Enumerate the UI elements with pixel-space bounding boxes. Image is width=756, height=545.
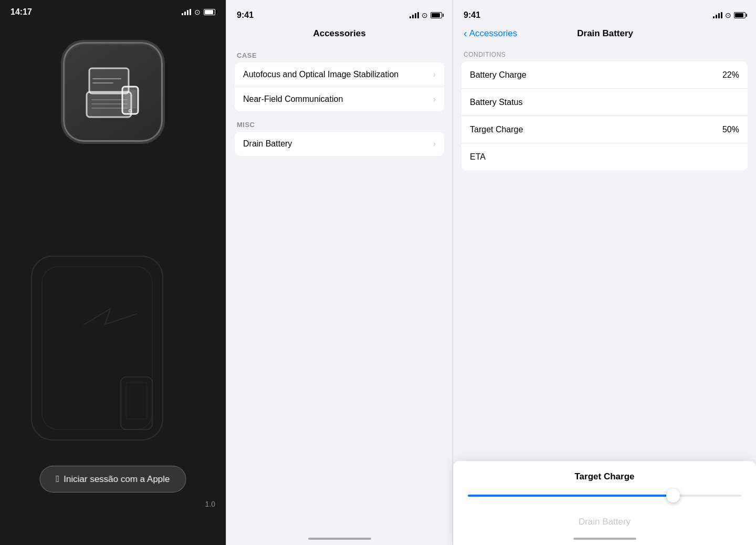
right-nav-bar: ‹ Accessories Drain Battery	[453, 23, 756, 47]
drain-battery-chevron-icon: ›	[433, 139, 436, 149]
left-status-bar: 14:17 ⊙	[0, 0, 226, 21]
right-panel: 9:41 ⊙ ‹ Accessories Drain Battery CONDI…	[453, 0, 756, 545]
apple-logo-icon: 	[56, 474, 60, 485]
slider-fill	[468, 495, 673, 497]
condition-battery-status: Battery Status	[461, 89, 748, 116]
list-item-autofocus[interactable]: Autofocus and Optical Image Stabilizatio…	[235, 62, 444, 87]
middle-status-bar: 9:41 ⊙	[226, 0, 453, 23]
sign-in-apple-button[interactable]:  Iniciar sessão com a Apple	[40, 466, 186, 492]
right-status-bar: 9:41 ⊙	[453, 0, 756, 23]
conditions-header: CONDITIONS	[453, 47, 756, 61]
nfc-chevron-icon: ›	[433, 95, 436, 104]
case-list-group: Autofocus and Optical Image Stabilizatio…	[235, 62, 444, 111]
background-sketch	[16, 246, 210, 482]
sign-in-label: Iniciar sessão com a Apple	[64, 474, 170, 485]
svg-rect-13	[126, 382, 147, 419]
bottom-sheet: Target Charge Drain Battery	[453, 461, 756, 545]
back-chevron-icon: ‹	[464, 27, 467, 39]
svg-rect-11	[42, 267, 152, 429]
drain-battery-button[interactable]: Drain Battery	[464, 509, 746, 534]
wifi-icon: ⊙	[194, 8, 201, 16]
right-time: 9:41	[464, 11, 480, 20]
middle-time: 9:41	[237, 11, 254, 20]
battery-charge-label: Battery Charge	[470, 70, 527, 80]
condition-eta: ETA	[461, 143, 748, 171]
middle-battery-icon	[430, 12, 442, 18]
left-status-icons: ⊙	[182, 8, 215, 16]
autofocus-chevron-icon: ›	[433, 70, 436, 79]
slider-container	[464, 495, 746, 497]
svg-rect-10	[32, 256, 163, 440]
home-indicator-middle	[308, 538, 371, 540]
misc-section-header: MISC	[226, 117, 453, 132]
slider-track	[468, 495, 741, 497]
app-icon-inner	[79, 58, 147, 126]
svg-rect-3	[124, 90, 136, 109]
middle-status-icons: ⊙	[410, 11, 442, 19]
misc-list-group: Drain Battery ›	[235, 132, 444, 156]
condition-battery-charge: Battery Charge 22%	[461, 61, 748, 89]
middle-panel: 9:41 ⊙ Accessories CASE Autofocus and Op…	[226, 0, 453, 545]
back-label: Accessories	[469, 28, 518, 39]
drain-battery-label: Drain Battery	[243, 139, 292, 149]
list-item-nfc[interactable]: Near-Field Communication ›	[235, 87, 444, 111]
condition-target-charge: Target Charge 50%	[461, 116, 748, 143]
right-page-title: Drain Battery	[577, 28, 633, 39]
right-battery-icon	[734, 12, 746, 18]
battery-icon	[204, 9, 215, 15]
right-wifi-icon: ⊙	[725, 11, 731, 19]
nfc-label: Near-Field Communication	[243, 95, 343, 104]
right-signal-icon	[713, 12, 722, 18]
svg-rect-12	[121, 377, 152, 429]
version-label: 1.0	[205, 500, 215, 508]
back-button[interactable]: ‹ Accessories	[464, 27, 517, 39]
left-panel: 14:17 ⊙	[0, 0, 226, 545]
autofocus-label: Autofocus and Optical Image Stabilizatio…	[243, 70, 398, 79]
left-time: 14:17	[10, 7, 32, 17]
battery-charge-value: 22%	[722, 70, 739, 80]
right-status-icons: ⊙	[713, 11, 746, 19]
signal-icon	[182, 9, 191, 15]
app-icon	[63, 42, 163, 142]
target-charge-label: Target Charge	[470, 125, 523, 134]
home-indicator-right	[573, 538, 636, 540]
conditions-list: Battery Charge 22% Battery Status Target…	[461, 61, 748, 171]
target-charge-value: 50%	[722, 125, 739, 134]
battery-status-label: Battery Status	[470, 98, 523, 107]
middle-nav-title: Accessories	[226, 23, 453, 47]
middle-wifi-icon: ⊙	[422, 11, 428, 19]
eta-label: ETA	[470, 152, 486, 162]
slider-thumb[interactable]	[666, 489, 680, 502]
bottom-sheet-title: Target Charge	[464, 471, 746, 482]
list-item-drain-battery[interactable]: Drain Battery ›	[235, 132, 444, 156]
case-section-header: CASE	[226, 47, 453, 62]
middle-signal-icon	[410, 12, 419, 18]
